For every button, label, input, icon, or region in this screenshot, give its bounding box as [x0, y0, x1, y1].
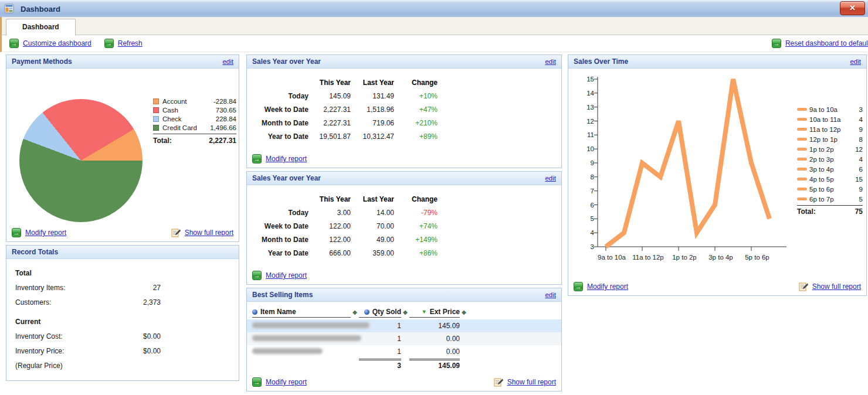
svg-text:11: 11: [587, 131, 594, 138]
line-legend-item: 2p to 3p4: [797, 155, 863, 164]
record-totals-header: Record Totals: [6, 246, 239, 259]
payment-methods-body: Account-228.84Cash730.65Check228.84Credi…: [6, 69, 239, 226]
legend-dash: [797, 198, 807, 200]
sales-yoy-table: This YearLast YearChangeToday145.09131.4…: [253, 76, 438, 143]
edit-link[interactable]: edit: [545, 291, 556, 298]
sales-yoy-body: This YearLast YearChangeToday145.09131.4…: [247, 69, 561, 152]
record-totals-section-heading: Total: [15, 269, 239, 277]
green-arrow-icon: →: [252, 271, 262, 280]
line-legend-item: 1p to 2p12: [797, 145, 863, 154]
customize-dashboard-link[interactable]: → Customize dashboard: [9, 39, 91, 48]
sort-handle-icon[interactable]: ❖: [460, 309, 468, 316]
edit-link[interactable]: edit: [222, 58, 233, 65]
yoy-row: Week to Date122.0070.00+74%: [253, 219, 438, 233]
sort-handle-icon[interactable]: ❖: [351, 309, 359, 316]
panel-title: Record Totals: [12, 248, 58, 256]
pie-legend-item: Account-228.84: [153, 98, 236, 105]
legend-dash: [797, 148, 807, 151]
column-header-item-name[interactable]: Item Name: [252, 308, 351, 318]
line-legend-item: 3p to 4p6: [797, 165, 863, 173]
svg-text:7: 7: [591, 188, 594, 195]
reset-dashboard-label[interactable]: Reset dashboard to default: [785, 39, 868, 47]
edit-link[interactable]: edit: [850, 58, 861, 65]
best-selling-item-row[interactable]: 10.00: [247, 345, 561, 358]
sales-yoy-header: Sales Year over Year edit: [247, 55, 561, 69]
sales-yoy-table: This YearLast YearChangeToday3.0014.00-7…: [253, 192, 438, 260]
sales-yoy-footer: → Modify report: [247, 268, 561, 284]
sphere-icon: [252, 309, 257, 315]
best-selling-item-row[interactable]: 1145.09: [247, 319, 561, 332]
column-header-ext-price[interactable]: ▼ Ext Price: [409, 308, 460, 318]
panel-title: Best Selling Items: [252, 291, 313, 299]
svg-text:9: 9: [591, 159, 594, 166]
payment-methods-header: Payment Methods edit: [6, 55, 239, 69]
line-legend-item: 4p to 5p15: [797, 175, 863, 183]
modify-report-link[interactable]: → Modify report: [252, 154, 307, 164]
show-full-report-link[interactable]: Show full report: [171, 228, 233, 237]
yoy-header-row: This YearLast YearChange: [253, 192, 438, 206]
show-full-report-link[interactable]: Show full report: [494, 377, 556, 387]
redacted-item-name: [252, 348, 323, 354]
record-totals-row: Inventory Cost:$0.00: [15, 332, 161, 340]
best-selling-footer: → Modify report Show full report: [247, 375, 561, 391]
yoy-row: Week to Date2,227.311,518.96+47%: [253, 103, 438, 116]
best-selling-item-row[interactable]: 10.00: [247, 332, 561, 345]
tab-dashboard[interactable]: Dashboard: [6, 19, 76, 36]
dashboard-main-area: Payment Methods edit Account-228.84Cash7…: [0, 53, 868, 395]
svg-text:13: 13: [586, 104, 594, 111]
green-arrow-icon: →: [252, 154, 262, 164]
reset-dashboard-link[interactable]: → Reset dashboard to default: [772, 39, 868, 48]
svg-text:1p to 2p: 1p to 2p: [672, 254, 697, 261]
total-label: Total:: [153, 137, 172, 145]
line-legend-item: 9a to 10a3: [797, 105, 863, 114]
legend-swatch: [153, 107, 159, 113]
edit-link[interactable]: edit: [545, 175, 556, 182]
modify-report-link[interactable]: → Modify report: [12, 228, 66, 237]
svg-text:9a to 10a: 9a to 10a: [598, 254, 626, 261]
line-legend-item: 12p to 1p8: [797, 135, 863, 144]
best-selling-header: Best Selling Items edit: [247, 288, 561, 302]
best-selling-items-panel: Best Selling Items edit Item Name ❖ Qty …: [246, 288, 562, 391]
modify-report-link[interactable]: → Modify report: [252, 271, 307, 280]
sales-over-time-legend: 9a to 10a310a to 11a411a to 12p912p to 1…: [797, 105, 863, 216]
sales-yoy-panel-2: Sales Year over Year edit This YearLast …: [246, 171, 562, 285]
line-legend-item: 11a to 12p9: [797, 125, 863, 134]
svg-text:11a to 12p: 11a to 12p: [632, 254, 664, 261]
sales-over-time-body: 34567891011121314159a to 10a11a to 12p1p…: [568, 69, 866, 280]
payment-methods-panel: Payment Methods edit Account-228.84Cash7…: [6, 55, 239, 242]
legend-swatch: [153, 98, 159, 104]
best-selling-column-headers: Item Name ❖ Qty Sold ❖ ▼ Ext Price ❖: [252, 307, 556, 319]
customize-dashboard-label[interactable]: Customize dashboard: [23, 39, 91, 47]
svg-text:12: 12: [586, 118, 594, 125]
yoy-row: Month to Date122.0049.00+149%: [253, 233, 438, 246]
refresh-label[interactable]: Refresh: [118, 39, 143, 47]
svg-text:14: 14: [586, 90, 594, 97]
svg-text:8: 8: [591, 173, 594, 181]
svg-text:5: 5: [591, 215, 594, 222]
title-bar: Dashboard ✕: [0, 0, 868, 17]
panel-title: Sales Year over Year: [252, 57, 321, 66]
total-value: 75: [855, 207, 863, 216]
legend-dash: [797, 158, 807, 161]
modify-report-link[interactable]: → Modify report: [252, 377, 307, 387]
close-button[interactable]: ✕: [840, 1, 865, 15]
best-selling-rows: 1145.0910.0010.00: [247, 319, 561, 358]
record-totals-row: Inventory Items:27: [15, 284, 161, 292]
refresh-link[interactable]: → Refresh: [104, 39, 143, 48]
column-header-qty-sold[interactable]: Qty Sold: [359, 308, 401, 318]
svg-text:6: 6: [591, 202, 594, 209]
payment-methods-footer: → Modify report Show full report: [6, 226, 239, 241]
show-full-report-link[interactable]: Show full report: [799, 282, 861, 291]
sales-over-time-panel: Sales Over Time edit 3456789101112131415…: [568, 55, 867, 296]
payment-methods-total-row: Total: 2,227.31: [153, 134, 236, 145]
pie-legend-item: Cash730.65: [153, 107, 236, 114]
yoy-row: Today3.0014.00-79%: [253, 206, 438, 219]
record-totals-panel: Record Totals TotalInventory Items:27Cus…: [6, 245, 239, 381]
legend-dash: [797, 188, 807, 190]
legend-dash: [797, 138, 807, 141]
edit-link[interactable]: edit: [545, 58, 556, 65]
svg-text:4: 4: [591, 229, 595, 236]
payment-methods-pie-chart: [19, 99, 143, 222]
sort-handle-icon[interactable]: ❖: [401, 309, 409, 316]
green-arrow-icon: →: [252, 377, 262, 387]
